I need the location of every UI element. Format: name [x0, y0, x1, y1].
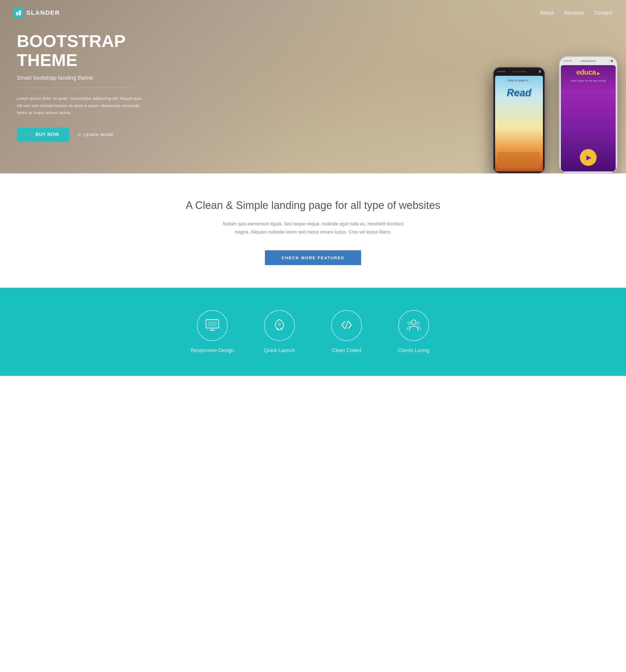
- nav-link-about[interactable]: About: [540, 10, 554, 16]
- educa-play-button: ▶: [580, 149, 597, 166]
- check-features-button[interactable]: CHECK MORE FEATURES: [265, 250, 361, 265]
- nav-links: About Services Contact: [540, 10, 612, 16]
- feature-clients-label: Clients Loving: [398, 347, 430, 354]
- svg-point-11: [417, 322, 420, 325]
- hero-section: BOOTSTRAP THEME Smart bootstrap landing …: [0, 0, 626, 173]
- features-section: Responsive Design Quick Launch: [0, 288, 626, 376]
- cart-icon: 🛒: [27, 132, 33, 137]
- phone-black-screen: How to read ru... Read: [495, 76, 543, 171]
- phone-black-statusbar: 14:06 PM ▐▌: [497, 69, 541, 73]
- svg-line-8: [345, 321, 348, 329]
- buy-now-button[interactable]: 🛒 BUY NOW: [17, 127, 69, 142]
- hero-subtitle: Smart bootstrap landing theme: [17, 75, 145, 81]
- svg-point-6: [278, 322, 281, 326]
- rocket-icon: [273, 318, 286, 333]
- middle-section: A Clean & Simple landing page for all ty…: [0, 173, 626, 288]
- phone-black: 14:06 PM ▐▌ How to read ru... Read: [493, 67, 545, 173]
- feature-coded: Clean Coded: [321, 310, 372, 354]
- svg-rect-1: [19, 10, 21, 16]
- feature-coded-circle: [331, 310, 362, 341]
- users-icon: [407, 319, 421, 332]
- buy-now-label: BUY NOW: [36, 132, 59, 137]
- feature-clients-circle: [398, 310, 429, 341]
- educa-app-logo: educa ▶: [561, 65, 616, 79]
- feature-launch: Quick Launch: [254, 310, 305, 354]
- feature-clients: Clients Loving: [389, 310, 439, 354]
- read-app-title: Read: [495, 87, 543, 99]
- hero-buttons: 🛒 BUY NOW ⊙ LEARN MORE: [17, 127, 145, 142]
- learn-more-button[interactable]: ⊙ LEARN MORE: [77, 132, 114, 137]
- phone-white-statusbar: 14:06 PM ●▐▌: [563, 59, 613, 63]
- feature-responsive-circle: [197, 310, 228, 341]
- logo-text: SLANDER: [26, 9, 60, 17]
- hero-title: BOOTSTRAP THEME: [17, 31, 145, 70]
- svg-rect-5: [208, 321, 217, 326]
- learn-more-label: LEARN MORE: [84, 132, 114, 137]
- hero-content: BOOTSTRAP THEME Smart bootstrap landing …: [0, 31, 145, 142]
- svg-point-10: [408, 322, 411, 325]
- feature-responsive: Responsive Design: [187, 310, 237, 354]
- phone-mockups: 14:06 PM ▐▌ How to read ru... Read 14:06…: [464, 0, 626, 173]
- phone-white: 14:06 PM ●▐▌ educa ▶ Video Player for th…: [559, 56, 618, 173]
- logo[interactable]: SLANDER: [14, 8, 60, 18]
- nav-link-contact[interactable]: Contact: [594, 10, 612, 16]
- educa-app-tagline: Video Player for the Net Scholar: [561, 79, 616, 82]
- nav-link-services[interactable]: Services: [564, 10, 584, 16]
- features-grid: Responsive Design Quick Launch: [11, 310, 615, 354]
- monitor-icon: [205, 319, 219, 332]
- feature-launch-circle: [264, 310, 295, 341]
- hero-description: Lorem ipsum dolor sit amet, consectetur …: [17, 95, 145, 116]
- code-icon: [340, 319, 353, 332]
- feature-launch-label: Quick Launch: [264, 347, 295, 354]
- feature-coded-label: Clean Coded: [332, 347, 361, 354]
- logo-icon: [14, 8, 23, 18]
- feature-responsive-label: Responsive Design: [190, 347, 234, 354]
- svg-point-9: [412, 320, 416, 325]
- circle-info-icon: ⊙: [77, 132, 82, 137]
- middle-description: Nullam quis elementum ligula. Sed neque …: [215, 220, 411, 236]
- phone-black-app-text: How to read ru...: [495, 76, 543, 84]
- hero-divider: [17, 88, 134, 88]
- phone-white-screen: educa ▶ Video Player for the Net Scholar…: [561, 65, 616, 171]
- phone-black-app-element: [498, 152, 540, 169]
- svg-rect-0: [16, 12, 18, 16]
- middle-title: A Clean & Simple landing page for all ty…: [11, 198, 615, 212]
- navigation: SLANDER About Services Contact: [0, 0, 626, 26]
